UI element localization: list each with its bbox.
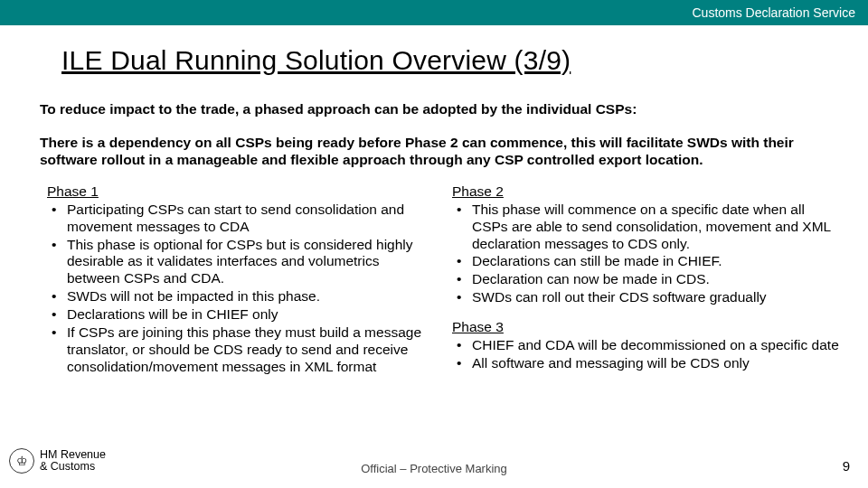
protective-marking: Official – Protective Marking <box>361 462 507 475</box>
phase-2-list: This phase will commence on a specific d… <box>452 202 841 306</box>
org-name: HM Revenue & Customs <box>40 449 106 473</box>
list-item: This phase will commence on a specific d… <box>452 202 841 253</box>
list-item: All software and messaging will be CDS o… <box>452 355 841 372</box>
phase-2-block: Phase 2 This phase will commence on a sp… <box>452 183 841 306</box>
intro-paragraph-1: To reduce impact to the trade, a phased … <box>40 101 828 117</box>
phase-1-list: Participating CSPs can start to send con… <box>47 202 436 376</box>
org-name-line2: & Customs <box>40 461 106 473</box>
service-name: Customs Declaration Service <box>692 5 855 20</box>
top-bar: Customs Declaration Service <box>0 0 868 25</box>
page-number: 9 <box>843 458 850 474</box>
org-logo: ♔ HM Revenue & Customs <box>9 448 106 474</box>
list-item: Declarations will be in CHIEF only <box>47 306 436 324</box>
list-item: SWDs can roll out their CDS software gra… <box>452 289 841 306</box>
phase-1-block: Phase 1 Participating CSPs can start to … <box>47 183 436 376</box>
phase-3-block: Phase 3 CHIEF and CDA will be decommissi… <box>452 319 841 372</box>
phase-3-title: Phase 3 <box>452 319 841 335</box>
page-title: ILE Dual Running Solution Overview (3/9) <box>61 45 868 76</box>
footer: ♔ HM Revenue & Customs Official – Protec… <box>0 441 868 481</box>
intro-paragraph-2: There is a dependency on all CSPs being … <box>40 134 828 169</box>
list-item: Participating CSPs can start to send con… <box>47 202 436 236</box>
phase-2-title: Phase 2 <box>452 183 841 200</box>
content-columns: Phase 1 Participating CSPs can start to … <box>47 183 841 389</box>
left-column: Phase 1 Participating CSPs can start to … <box>47 183 436 389</box>
list-item: CHIEF and CDA will be decommissioned on … <box>452 337 841 354</box>
list-item: Declaration can now be made in CDS. <box>452 271 841 288</box>
phase-3-list: CHIEF and CDA will be decommissioned on … <box>452 337 841 372</box>
right-column: Phase 2 This phase will commence on a sp… <box>452 183 841 389</box>
crown-icon: ♔ <box>9 448 34 474</box>
phase-1-title: Phase 1 <box>47 183 436 200</box>
list-item: If CSPs are joining this phase they must… <box>47 324 436 376</box>
list-item: Declarations can still be made in CHIEF. <box>452 253 841 270</box>
list-item: This phase is optional for CSPs but is c… <box>47 237 436 288</box>
list-item: SWDs will not be impacted in this phase. <box>47 288 436 305</box>
slide: Customs Declaration Service ILE Dual Run… <box>0 0 868 488</box>
